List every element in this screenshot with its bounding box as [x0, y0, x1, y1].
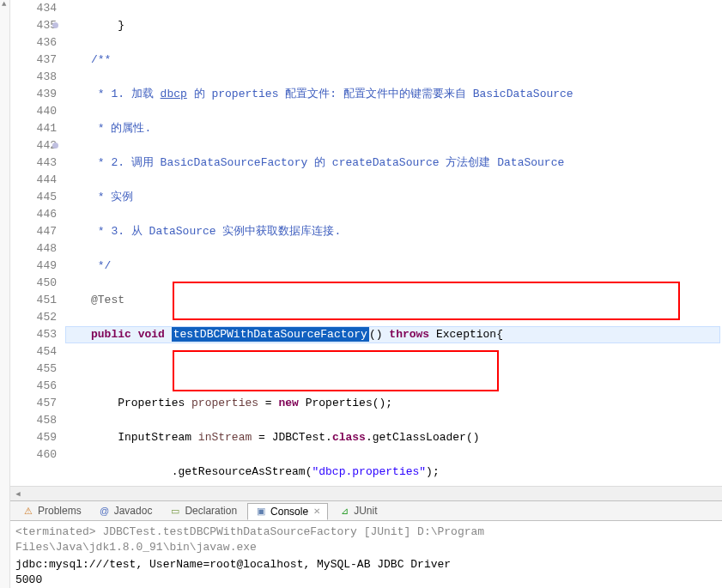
keyword: throws — [389, 328, 429, 341]
tab-console[interactable]: ▣ Console ✕ — [247, 503, 328, 520]
console-view[interactable]: <terminated> JDBCTest.testDBCPWithDataSo… — [10, 521, 722, 588]
console-icon: ▣ — [255, 506, 267, 518]
line-number: 454 — [37, 345, 57, 358]
tab-label: Problems — [38, 505, 82, 517]
code-token: } — [118, 19, 124, 32]
javadoc-icon: @ — [99, 505, 111, 517]
keyword: void — [138, 328, 165, 341]
comment: /** — [91, 53, 111, 66]
line-number: 456 — [37, 379, 57, 392]
keyword: new — [278, 397, 298, 409]
line-number: 459 — [37, 431, 57, 444]
console-output-line: jdbc:mysql:///test, UserName=root@localh… — [15, 557, 717, 573]
tab-label: Console — [270, 506, 308, 518]
line-number: 440 — [37, 105, 57, 118]
line-number: 452 — [37, 311, 57, 324]
line-number: 439 — [37, 88, 57, 100]
keyword: public — [91, 328, 131, 341]
comment: * 1. 加载 dbcp 的 properties 配置文件: 配置文件中的键需… — [91, 88, 573, 100]
tab-declaration[interactable]: ▭ Declaration — [162, 503, 244, 518]
code-token: ); — [426, 465, 440, 478]
selected-method-name[interactable]: testDBCPWithDataSourceFactory — [172, 327, 369, 342]
comment: * 2. 调用 BasicDataSourceFactory 的 createD… — [91, 156, 564, 169]
line-number: 444 — [37, 173, 57, 186]
collapse-arrow-icon[interactable]: ▲ — [2, 0, 6, 9]
line-number: 450 — [37, 276, 57, 289]
close-icon[interactable]: ✕ — [313, 506, 320, 516]
line-number: 447 — [37, 225, 57, 238]
code-token: () — [369, 328, 383, 341]
line-number: 458 — [37, 414, 57, 427]
console-process-label: <terminated> JDBCTest.testDBCPWithDataSo… — [15, 524, 717, 555]
line-number: 443 — [37, 156, 57, 169]
code-token: .getClassLoader() — [366, 431, 480, 444]
fold-marker-icon[interactable] — [52, 142, 58, 149]
line-number: 449 — [37, 259, 57, 272]
horizontal-scrollbar[interactable]: ◀ — [10, 486, 722, 500]
variable: inStream — [198, 431, 252, 444]
declaration-icon: ▭ — [169, 505, 181, 517]
keyword: class — [332, 431, 366, 444]
tab-problems[interactable]: ⚠ Problems — [15, 503, 88, 518]
code-token: = JDBCTest. — [252, 431, 332, 444]
code-token: Properties — [118, 397, 191, 409]
line-number: 448 — [37, 242, 57, 255]
main-area: 434 435 436 437 438 439 440 441 442 443 … — [10, 0, 722, 588]
line-number: 445 — [37, 191, 57, 203]
annotation: @Test — [91, 294, 124, 306]
tab-junit[interactable]: ⊿ JUnit — [331, 503, 384, 518]
line-number-gutter: 434 435 436 437 438 439 440 441 442 443 … — [10, 0, 62, 486]
views-tab-bar: ⚠ Problems @ Javadoc ▭ Declaration ▣ Con… — [10, 500, 722, 521]
current-line: public void testDBCPWithDataSourceFactor… — [65, 326, 720, 343]
line-number: 446 — [37, 208, 57, 221]
tab-javadoc[interactable]: @ Javadoc — [92, 503, 160, 518]
line-number: 438 — [37, 70, 57, 83]
console-output-line: 5000 — [15, 573, 717, 588]
line-number: 457 — [37, 397, 57, 409]
line-number: 453 — [37, 328, 57, 341]
variable: properties — [191, 397, 258, 409]
code-token: InputStream — [118, 431, 198, 444]
comment: * 实例 — [91, 191, 133, 203]
javadoc-link[interactable]: dbcp — [161, 88, 187, 100]
line-number: 441 — [37, 122, 57, 135]
code-text-area[interactable]: } /** * 1. 加载 dbcp 的 properties 配置文件: 配置… — [62, 0, 722, 486]
code-token: Properties(); — [299, 397, 392, 409]
code-token: .getResourceAsStream( — [118, 465, 312, 478]
line-number: 434 — [37, 2, 57, 15]
line-number: 455 — [37, 362, 57, 375]
tab-label: JUnit — [354, 505, 377, 517]
tab-label: Javadoc — [114, 505, 153, 517]
line-number: 451 — [37, 294, 57, 306]
junit-icon: ⊿ — [338, 505, 350, 517]
line-number: 460 — [37, 448, 57, 461]
code-token: Exception{ — [436, 328, 503, 341]
string-literal: "dbcp.properties" — [312, 465, 426, 478]
comment: */ — [91, 259, 111, 272]
code-editor[interactable]: 434 435 436 437 438 439 440 441 442 443 … — [10, 0, 722, 486]
code-token: = — [258, 397, 278, 409]
scroll-left-icon[interactable]: ◀ — [10, 487, 26, 500]
line-number: 436 — [37, 36, 57, 49]
vertical-ruler: ▲ — [0, 0, 10, 588]
line-number: 437 — [37, 53, 57, 66]
comment: * 3. 从 DataSource 实例中获取数据库连接. — [91, 225, 341, 238]
tab-label: Declaration — [185, 505, 237, 517]
comment: * 的属性. — [91, 122, 151, 135]
problems-icon: ⚠ — [22, 505, 34, 517]
fold-marker-icon[interactable] — [52, 22, 58, 28]
